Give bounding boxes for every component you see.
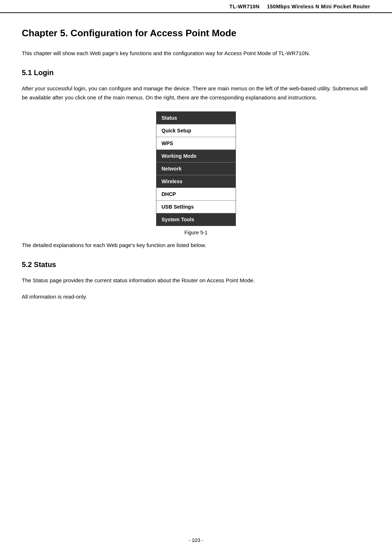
page-container: TL-WR710N 150Mbps Wireless N Mini Pocket… — [0, 0, 392, 554]
section-52-body1: The Status page provides the current sta… — [22, 276, 370, 285]
section-51-body: After your successful login, you can con… — [22, 84, 370, 102]
header-model: TL-WR710N 150Mbps Wireless N Mini Pocket… — [229, 4, 370, 9]
menu-item-dhcp: DHCP — [156, 188, 236, 201]
figure-caption: Figure 5-1 — [184, 230, 208, 235]
menu-item-usb-settings: USB Settings — [156, 201, 236, 213]
chapter-title: Chapter 5. Configuration for Access Poin… — [22, 28, 370, 39]
menu-figure: Status Quick Setup WPS Working Mode Netw… — [22, 111, 370, 235]
menu-item-working-mode: Working Mode — [156, 150, 236, 163]
chapter-intro: This chapter will show each Web page's k… — [22, 49, 370, 58]
section-52: 5.2 Status The Status page provides the … — [22, 260, 370, 301]
menu-item-system-tools: System Tools — [156, 213, 236, 226]
section-52-heading: 5.2 Status — [22, 260, 370, 269]
after-figure-text: The detailed explanations for each Web p… — [22, 241, 370, 250]
section-51-heading: 5.1 Login — [22, 69, 370, 77]
menu-box: Status Quick Setup WPS Working Mode Netw… — [156, 111, 236, 226]
menu-item-wireless: Wireless — [156, 175, 236, 188]
page-footer: - 103 - — [0, 537, 392, 543]
menu-item-quick-setup: Quick Setup — [156, 124, 236, 137]
section-52-body2: All information is read-only. — [22, 292, 370, 301]
header-bar: TL-WR710N 150Mbps Wireless N Mini Pocket… — [0, 0, 392, 13]
page-number: - 103 - — [189, 537, 203, 543]
menu-item-wps: WPS — [156, 137, 236, 150]
model-description: 150Mbps Wireless N Mini Pocket Router — [267, 4, 370, 9]
main-content: Chapter 5. Configuration for Access Poin… — [0, 13, 392, 331]
menu-item-status: Status — [156, 112, 236, 124]
model-name: TL-WR710N — [229, 4, 260, 9]
menu-item-network: Network — [156, 163, 236, 175]
